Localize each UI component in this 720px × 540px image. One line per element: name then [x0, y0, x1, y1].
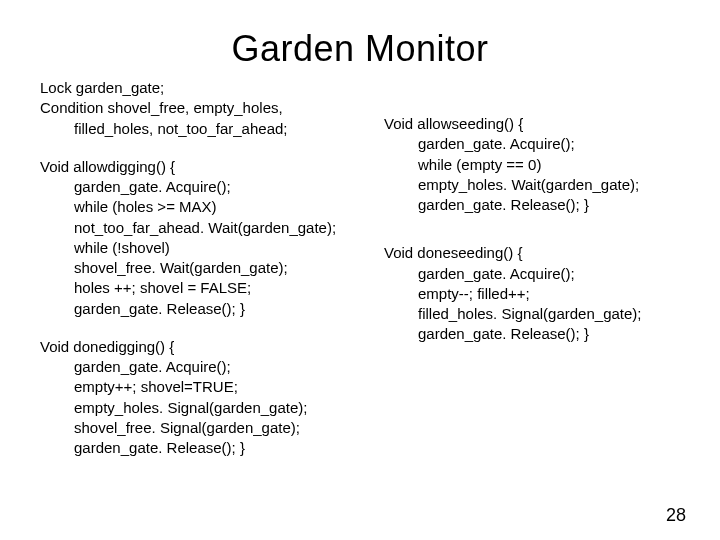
code-line: while (holes >= MAX)	[40, 197, 354, 217]
code-line: empty--; filled++;	[384, 284, 698, 304]
code-line: holes ++; shovel = FALSE;	[40, 278, 354, 298]
code-line: Void donedigging() {	[40, 337, 354, 357]
code-line: garden_gate. Acquire();	[40, 177, 354, 197]
slide-title: Garden Monitor	[0, 28, 720, 70]
code-line: empty_holes. Signal(garden_gate);	[40, 398, 354, 418]
code-line: garden_gate. Release(); }	[40, 438, 354, 458]
code-line: filled_holes. Signal(garden_gate);	[384, 304, 698, 324]
declarations: Lock garden_gate; Condition shovel_free,…	[40, 78, 354, 139]
code-line: Lock garden_gate;	[40, 78, 354, 98]
code-line: not_too_far_ahead. Wait(garden_gate);	[40, 218, 354, 238]
code-line: garden_gate. Acquire();	[384, 134, 698, 154]
code-line: garden_gate. Release(); }	[384, 195, 698, 215]
function-allowdigging: Void allowdigging() { garden_gate. Acqui…	[40, 157, 354, 319]
code-line: Void doneseeding() {	[384, 243, 698, 263]
code-line: Condition shovel_free, empty_holes,	[40, 98, 354, 118]
right-column: Void allowseeding() { garden_gate. Acqui…	[384, 78, 698, 476]
code-line: garden_gate. Acquire();	[384, 264, 698, 284]
left-column: Lock garden_gate; Condition shovel_free,…	[40, 78, 354, 476]
code-line: filled_holes, not_too_far_ahead;	[40, 119, 354, 139]
code-line: garden_gate. Release(); }	[384, 324, 698, 344]
code-line: shovel_free. Signal(garden_gate);	[40, 418, 354, 438]
code-line: garden_gate. Acquire();	[40, 357, 354, 377]
page-number: 28	[666, 505, 686, 526]
content-columns: Lock garden_gate; Condition shovel_free,…	[0, 78, 720, 476]
function-allowseeding: Void allowseeding() { garden_gate. Acqui…	[384, 114, 698, 215]
code-line: Void allowdigging() {	[40, 157, 354, 177]
code-line: empty_holes. Wait(garden_gate);	[384, 175, 698, 195]
function-doneseeding: Void doneseeding() { garden_gate. Acquir…	[384, 243, 698, 344]
code-line: empty++; shovel=TRUE;	[40, 377, 354, 397]
code-line: garden_gate. Release(); }	[40, 299, 354, 319]
code-line: shovel_free. Wait(garden_gate);	[40, 258, 354, 278]
code-line: while (!shovel)	[40, 238, 354, 258]
function-donedigging: Void donedigging() { garden_gate. Acquir…	[40, 337, 354, 459]
code-line: Void allowseeding() {	[384, 114, 698, 134]
code-line: while (empty == 0)	[384, 155, 698, 175]
